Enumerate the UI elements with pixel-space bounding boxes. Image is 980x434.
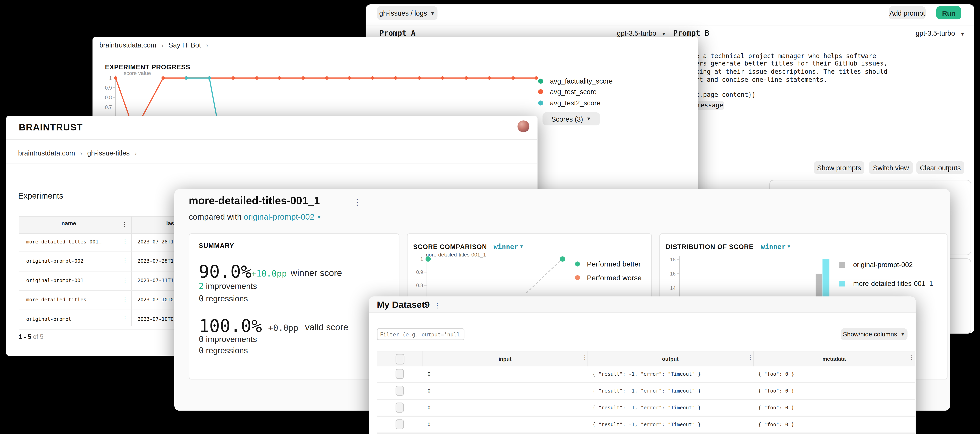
breadcrumb-org[interactable]: braintrustdata.com [99, 41, 156, 49]
prompt-b-model-label: gpt-3.5-turbo [916, 29, 955, 36]
table-row[interactable]: 0 { "result": -1, "error": "Timeout" } {… [377, 417, 915, 434]
column-header-input[interactable]: input [423, 355, 587, 362]
dataset-window: My Dataset9 ⋮ Show/hide columns ▼ input … [369, 296, 916, 434]
prompt-a-model-selector[interactable]: gpt-3.5-turbo ▼ [553, 29, 667, 36]
legend-item[interactable]: original-prompt-002 [839, 255, 933, 274]
row-menu-icon[interactable]: ⋮ [122, 316, 128, 322]
improvements-count: 2 [199, 282, 204, 291]
cell-output[interactable]: { "result": -1, "error": "Timeout" } [593, 388, 701, 394]
row-menu-icon[interactable]: ⋮ [122, 258, 128, 264]
run-button[interactable]: Run [936, 6, 961, 19]
header-divider [6, 139, 538, 140]
breadcrumb-project[interactable]: gh-issue-titles [87, 149, 130, 157]
experiment-name[interactable]: original-prompt-001 [26, 278, 83, 284]
filter-input[interactable] [377, 328, 464, 340]
row-menu-icon[interactable]: ⋮ [122, 296, 128, 303]
column-menu-icon[interactable]: ⋮ [909, 355, 915, 361]
session-selector[interactable]: gh-issues / logs ▼ [377, 6, 438, 20]
column-header-metadata[interactable]: metadata [753, 355, 915, 362]
table-row[interactable]: 0 { "result": -1, "error": "Timeout" } {… [377, 400, 915, 417]
prompt-b-model-selector[interactable]: gpt-3.5-turbo ▼ [852, 29, 965, 36]
experiment-name[interactable]: more-detailed-titles [26, 297, 86, 303]
avatar[interactable] [517, 120, 529, 132]
svg-text:1: 1 [420, 256, 423, 262]
regressions-label: regressions [206, 346, 248, 355]
legend-label: Performed worse [587, 274, 642, 281]
row-checkbox[interactable] [396, 420, 404, 429]
clear-outputs-button[interactable]: Clear outputs [916, 161, 964, 174]
comparison-menu-icon[interactable]: ⋮ [353, 198, 361, 206]
breadcrumb-org[interactable]: braintrustdata.com [18, 149, 75, 157]
cell-input[interactable]: 0 [428, 405, 431, 411]
row-menu-icon[interactable]: ⋮ [122, 277, 128, 284]
column-menu-icon[interactable]: ⋮ [121, 221, 128, 228]
distribution-legend: original-prompt-002 more-detailed-titles… [839, 255, 933, 293]
scores-dropdown[interactable]: Scores (3) ▼ [542, 112, 600, 125]
legend-label: avg_test_score [550, 88, 597, 95]
experiment-name[interactable]: original-prompt [26, 317, 72, 322]
pagination: 1 - 5 of 5 [19, 333, 43, 340]
winner-score-pct: 90.0% [199, 263, 251, 281]
legend-item[interactable]: Performed worse [575, 271, 642, 285]
cell-input[interactable]: 0 [428, 371, 431, 377]
table-row[interactable]: 0 { "result": -1, "error": "Timeout" } {… [377, 383, 915, 400]
svg-text:0.8: 0.8 [416, 282, 423, 288]
cell-metadata[interactable]: { "foo": 0 } [758, 405, 794, 411]
legend-item[interactable]: avg_factuality_score [538, 76, 613, 87]
show-hide-columns-button[interactable]: Show/hide columns ▼ [840, 328, 907, 340]
select-all-checkbox[interactable] [396, 354, 404, 364]
pagination-range: 1 - 5 [19, 333, 31, 340]
switch-view-button[interactable]: Switch view [869, 161, 913, 174]
legend-item[interactable]: more-detailed-titles-001_1 [839, 274, 933, 293]
compared-with-link[interactable]: original-prompt-002 [244, 212, 314, 222]
valid-score-label: valid score [305, 322, 348, 332]
svg-text:0.7: 0.7 [105, 105, 112, 110]
experiment-name[interactable]: more-detailed-titles-001… [26, 239, 102, 245]
cell-output[interactable]: { "result": -1, "error": "Timeout" } [593, 405, 701, 411]
experiment-name[interactable]: original-prompt-002 [26, 258, 83, 264]
legend-dot-icon [575, 261, 580, 266]
regressions-label: regressions [206, 294, 248, 303]
row-menu-icon[interactable]: ⋮ [122, 238, 128, 245]
add-prompt-button[interactable]: Add prompt [889, 6, 926, 19]
row-checkbox[interactable] [396, 402, 404, 413]
braintrust-logo[interactable]: BRAINTRUST [19, 122, 83, 132]
legend-item[interactable]: avg_test2_score [538, 97, 613, 108]
breadcrumb-divider [6, 163, 538, 164]
prompt-b-editor[interactable]: You are a technical project manager who … [673, 52, 888, 84]
legend-square-icon [839, 280, 845, 286]
row-checkbox[interactable] [396, 369, 404, 379]
legend-label: avg_test2_score [550, 99, 600, 106]
cell-input[interactable]: 0 [428, 422, 431, 428]
column-menu-icon[interactable]: ⋮ [582, 355, 587, 361]
improvements-count: 0 [199, 334, 204, 344]
row-checkbox[interactable] [396, 386, 404, 396]
dataset-menu-icon[interactable]: ⋮ [434, 302, 441, 309]
breadcrumb-chevron-icon: › [203, 42, 211, 49]
column-menu-icon[interactable]: ⋮ [748, 355, 753, 361]
chevron-down-icon[interactable]: ▼ [317, 214, 321, 220]
svg-text:0.8: 0.8 [105, 95, 112, 100]
cell-metadata[interactable]: { "foo": 0 } [758, 388, 794, 394]
column-header-name[interactable]: name [19, 220, 119, 227]
svg-text:1: 1 [109, 75, 112, 81]
breadcrumb-chevron-icon: › [132, 150, 140, 157]
column-header-output[interactable]: output [587, 355, 753, 362]
cell-output[interactable]: { "result": -1, "error": "Timeout" } [593, 422, 701, 428]
show-prompts-button[interactable]: Show prompts [814, 161, 864, 174]
summary-card: SUMMARY 90.0% +10.0pp winner score 2 imp… [189, 233, 399, 380]
legend-item[interactable]: Performed better [575, 257, 642, 271]
cell-metadata[interactable]: { "foo": 0 } [758, 422, 794, 428]
cell-metadata[interactable]: { "foo": 0 } [758, 371, 794, 377]
legend-item[interactable]: avg_test_score [538, 86, 613, 97]
legend-dot-icon [538, 79, 543, 84]
message-chip[interactable]: message [696, 101, 724, 109]
cell-input[interactable]: 0 [428, 388, 431, 394]
experiment-progress-legend: avg_factuality_score avg_test_score avg_… [538, 76, 613, 108]
table-row[interactable]: 0 { "result": -1, "error": "Timeout" } {… [377, 366, 915, 383]
dataset-table: input ⋮ output ⋮ metadata ⋮ 0 { "result"… [377, 351, 915, 434]
cell-output[interactable]: { "result": -1, "error": "Timeout" } [593, 371, 701, 377]
comparison-title: more-detailed-titles-001_1 [189, 195, 320, 207]
winner-score-delta: +10.0pp [251, 268, 287, 278]
breadcrumb-project[interactable]: Say Hi Bot [169, 41, 201, 49]
